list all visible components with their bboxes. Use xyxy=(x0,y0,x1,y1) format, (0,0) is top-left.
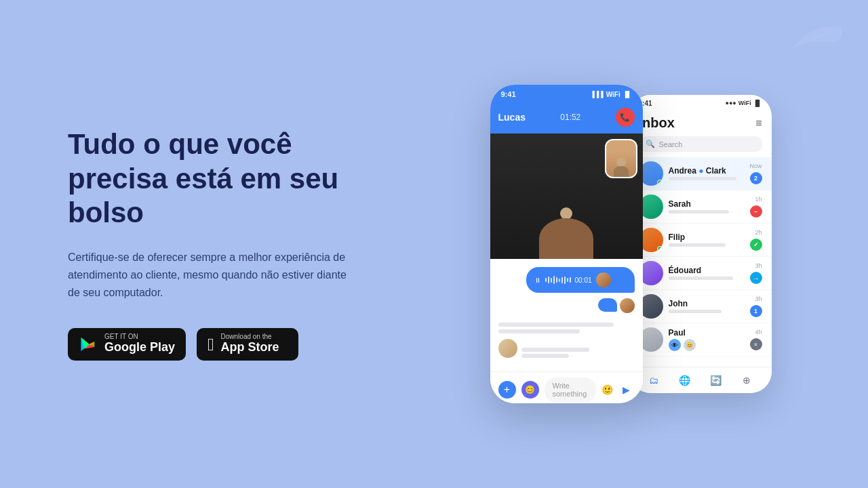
google-play-text: GET IT ON Google Play xyxy=(104,333,175,355)
phone2-indicators: ●●● WiFi ▐▌ xyxy=(726,100,762,106)
emoji-button[interactable]: 😊 xyxy=(521,381,539,399)
sub-text: Certifique-se de oferecer sempre a melho… xyxy=(68,249,353,301)
filter-icon[interactable]: ≡ xyxy=(755,117,762,129)
left-message-row xyxy=(498,339,635,358)
battery-icon-2: ▐▌ xyxy=(753,100,762,106)
left-msg-avatar xyxy=(498,339,517,358)
left-content: Tudo o que você precisa está em seu bols… xyxy=(0,87,393,401)
phone2-status-bar: 9:41 ●●● WiFi ▐▌ xyxy=(629,95,772,111)
smile-icon: 😊 xyxy=(525,385,535,394)
search-placeholder: Search xyxy=(659,140,683,148)
video-area xyxy=(490,134,643,259)
app-store-text: Download on the App Store xyxy=(221,333,279,355)
call-time: 01:52 xyxy=(560,113,580,122)
audio-waveform xyxy=(545,276,571,284)
google-play-icon xyxy=(79,335,98,354)
globe-nav-icon[interactable]: 🌐 xyxy=(677,373,692,388)
self-view xyxy=(605,139,637,178)
phone-icon: 📞 xyxy=(620,113,630,122)
inbox-title: Inbox xyxy=(639,115,675,131)
blue-message-bubble xyxy=(598,298,617,312)
contact-item-paul[interactable]: Paul 👁 😊 4h ≡ xyxy=(629,323,772,357)
send-button[interactable]: ▶ xyxy=(618,382,635,398)
phone1: 9:41 ▐▐▐ WiFi ▐▌ Lucas 01:52 📞 xyxy=(490,85,643,403)
inbox-header: Inbox ≡ xyxy=(629,111,772,136)
apple-icon:  xyxy=(208,336,214,353)
bubble-avatar xyxy=(620,298,635,313)
phone2-bottom-nav: 🗂 🌐 🔄 ⊕ xyxy=(629,367,772,393)
messages-area: ⏸ 00:01 xyxy=(490,259,643,371)
search-icon: 🔍 xyxy=(646,140,655,148)
phone1-indicators: ▐▐▐ WiFi ▐▌ xyxy=(591,91,632,98)
contact-item-andrea[interactable]: Andrea ● Clark Now 2 xyxy=(629,157,772,190)
signal-icon: ▐▐▐ xyxy=(591,91,604,98)
paul-indicator-2: 😊 xyxy=(684,339,696,351)
app-store-button[interactable]:  Download on the App Store xyxy=(197,328,298,361)
phone2: 9:41 ●●● WiFi ▐▌ Inbox ≡ 🔍 Search xyxy=(629,95,772,393)
wifi-icon: WiFi xyxy=(606,91,620,98)
phone1-header: Lucas 01:52 📞 xyxy=(490,104,643,134)
more-nav-icon[interactable]: ⊕ xyxy=(739,373,754,388)
contact-info-andrea: Andrea ● Clark xyxy=(669,166,745,182)
message-input[interactable]: Write something xyxy=(545,378,596,402)
phone1-status-bar: 9:41 ▐▐▐ WiFi ▐▌ xyxy=(490,85,643,104)
audio-time: 00:01 xyxy=(575,277,592,284)
signal-icon-2: ●●● xyxy=(726,100,736,106)
battery-icon: ▐▌ xyxy=(623,91,632,98)
badge-paul: ≡ xyxy=(750,338,762,350)
contact-item-john[interactable]: John 3h 1 xyxy=(629,290,772,323)
audio-msg-avatar xyxy=(596,272,611,287)
google-play-button[interactable]: GET IT ON Google Play xyxy=(68,328,186,361)
add-button[interactable]: + xyxy=(498,381,516,399)
paul-indicator-1: 👁 xyxy=(669,339,681,351)
phone1-time: 9:41 xyxy=(501,90,516,98)
page-wrapper: Tudo o que você precisa está em seu bols… xyxy=(0,0,868,488)
inbox-nav-icon[interactable]: 🗂 xyxy=(646,373,661,388)
contact-list: Andrea ● Clark Now 2 Sarah xyxy=(629,157,772,357)
blue-bubble-row xyxy=(498,298,635,317)
end-call-button[interactable]: 📞 xyxy=(616,108,635,127)
emoji-icon[interactable]: 🙂 xyxy=(601,384,613,395)
refresh-nav-icon[interactable]: 🔄 xyxy=(708,373,723,388)
message-input-bar: + 😊 Write something 🙂 ▶ xyxy=(490,371,643,403)
badge-sarah: – xyxy=(750,205,762,218)
contact-item-edouard[interactable]: Édouard 3h → xyxy=(629,257,772,290)
badge-edouard: → xyxy=(750,272,762,284)
badge-andrea: 2 xyxy=(750,172,762,184)
caller-name: Lucas xyxy=(498,112,526,123)
wifi-icon-2: WiFi xyxy=(738,100,751,106)
audio-message: ⏸ 00:01 xyxy=(526,267,635,293)
phones-section: 9:41 ▐▐▐ WiFi ▐▌ Lucas 01:52 📞 xyxy=(393,0,868,488)
inbox-search[interactable]: 🔍 Search xyxy=(639,136,762,152)
grey-bar-2 xyxy=(498,329,635,333)
grey-bar-1 xyxy=(498,323,635,327)
store-buttons-container: GET IT ON Google Play  Download on the … xyxy=(68,328,353,361)
badge-filip: ✓ xyxy=(750,239,762,251)
online-indicator-filip xyxy=(657,246,663,251)
contact-item-sarah[interactable]: Sarah 1h – xyxy=(629,190,772,224)
badge-john: 1 xyxy=(750,305,762,317)
play-icon: ⏸ xyxy=(534,277,541,284)
online-indicator-andrea xyxy=(657,180,663,185)
contact-item-filip[interactable]: Filip 2h ✓ xyxy=(629,224,772,257)
main-heading: Tudo o que você precisa está em seu bols… xyxy=(68,127,353,230)
